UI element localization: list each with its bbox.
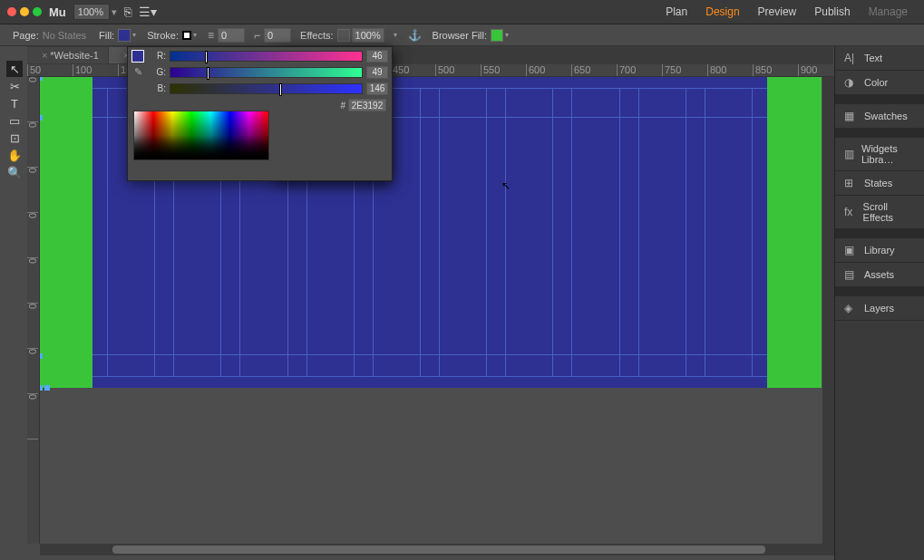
color-picker-popup: R: ✎ G: B: #: [127, 46, 393, 181]
ruler-tick: 750: [662, 64, 707, 77]
fill-dropdown-icon[interactable]: ▾: [132, 31, 136, 39]
ruler-tick: 600: [526, 64, 571, 77]
nav-design[interactable]: Design: [705, 5, 739, 18]
ruler-tick: 850: [753, 64, 798, 77]
panel-states[interactable]: ⊞States: [835, 171, 924, 196]
tab-close-icon[interactable]: ×: [42, 50, 47, 61]
panel-scroll-effects[interactable]: fxScroll Effects: [835, 196, 924, 229]
g-slider[interactable]: [170, 67, 363, 78]
nav-plan[interactable]: Plan: [666, 5, 687, 18]
corner-icon: ⌐: [254, 29, 260, 42]
corner-input[interactable]: [264, 28, 291, 43]
b-label: B:: [153, 83, 166, 93]
app-logo: Mu: [49, 5, 66, 19]
grid-column: [505, 88, 553, 377]
stroke-dropdown-icon[interactable]: ▾: [193, 31, 197, 39]
page-state-dropdown[interactable]: No States: [43, 30, 86, 41]
anchor-icon[interactable]: ⚓: [408, 29, 422, 42]
handle-footer[interactable]: [40, 353, 43, 359]
ruler-tick: 0: [27, 213, 38, 258]
zoom-select[interactable]: 100%: [73, 4, 110, 20]
panel-widgets-libra-[interactable]: ▥Widgets Libra…: [835, 138, 924, 171]
effects-swatch[interactable]: [337, 29, 350, 42]
panel-icon: ▤: [844, 268, 857, 281]
panel-layers[interactable]: ◈Layers: [835, 296, 924, 321]
panel-label: Library: [864, 245, 895, 256]
fill-swatch[interactable]: [118, 29, 131, 42]
stroke-label: Stroke:: [147, 30, 179, 41]
panel-color[interactable]: ◑Color: [835, 71, 924, 95]
nav-manage: Manage: [869, 5, 908, 18]
b-slider[interactable]: [170, 83, 363, 94]
crop-tool[interactable]: ✂: [6, 78, 23, 94]
scrollbar-horizontal[interactable]: [40, 544, 834, 555]
ruler-tick: 0: [27, 304, 38, 349]
panel-divider: [835, 129, 924, 138]
page-label: Page:: [13, 30, 39, 41]
hex-input[interactable]: [348, 99, 386, 111]
opacity-input[interactable]: [352, 28, 384, 43]
eyedropper-icon[interactable]: ✎: [131, 66, 144, 79]
panel-divider: [835, 287, 924, 296]
grid-column: [638, 88, 686, 377]
rectangle-tool[interactable]: ▭: [6, 112, 23, 129]
browser-fill-swatch[interactable]: [491, 29, 503, 42]
g-label: G:: [153, 67, 166, 77]
zoom-dropdown-icon[interactable]: ▾: [112, 6, 117, 18]
scrollbar-vertical[interactable]: [822, 77, 834, 544]
panel-swatches[interactable]: ▦Swatches: [835, 104, 924, 129]
g-input[interactable]: [366, 66, 388, 79]
handle-top[interactable]: [40, 77, 43, 81]
stroke-weight-input[interactable]: [218, 28, 245, 43]
ruler-tick: 800: [707, 64, 753, 77]
frame-tool[interactable]: ⊡: [6, 130, 23, 146]
toolbox: ↖ ✂ T ▭ ⊡ ✋ 🔍: [6, 61, 24, 181]
panel-label: Scroll Effects: [863, 201, 915, 223]
color-gradient-picker[interactable]: [133, 111, 269, 160]
window-controls: [7, 7, 42, 16]
r-input[interactable]: [366, 50, 388, 63]
effects-dropdown-icon[interactable]: ▾: [394, 31, 397, 39]
handle-bottom-left[interactable]: [40, 385, 43, 391]
panel-divider: [835, 95, 924, 104]
hand-tool[interactable]: ✋: [6, 147, 23, 163]
ruler-vertical: 00000000: [27, 77, 40, 544]
r-slider[interactable]: [170, 51, 363, 62]
ruler-tick: 100: [73, 64, 118, 77]
mouse-cursor-icon: ↖: [501, 179, 511, 192]
grid-column: [705, 88, 753, 377]
handle-bottom[interactable]: [44, 385, 50, 391]
ruler-tick: 0: [27, 349, 38, 394]
grid-column: [439, 88, 487, 377]
handle-header[interactable]: [40, 115, 43, 121]
selection-tool[interactable]: ↖: [6, 61, 23, 77]
tab-website-1[interactable]: × *Website-1: [27, 47, 108, 63]
ruler-tick: 500: [435, 64, 481, 77]
panel-library[interactable]: ▣Library: [835, 238, 924, 263]
menubar: Mu 100% ▾ ⎘ ☰▾ Plan Design Preview Publi…: [0, 0, 924, 24]
layout-icon[interactable]: ☰▾: [139, 5, 157, 19]
scroll-thumb-horizontal[interactable]: [112, 546, 765, 554]
effects-label: Effects:: [300, 30, 333, 41]
text-tool[interactable]: T: [6, 95, 23, 111]
panel-icon: ▣: [844, 244, 857, 256]
zoom-tool[interactable]: 🔍: [6, 164, 23, 180]
b-input[interactable]: [366, 82, 388, 95]
close-window-button[interactable]: [7, 7, 16, 16]
browser-fill-dropdown-icon[interactable]: ▾: [505, 31, 509, 39]
panel-assets[interactable]: ▤Assets: [835, 263, 924, 287]
control-bar: Page: No States Fill: ▾ Stroke: ▾ ≡ ⌐ Ef…: [0, 24, 924, 46]
panel-icon: fx: [844, 206, 856, 218]
maximize-window-button[interactable]: [33, 7, 42, 16]
panel-text[interactable]: A|Text: [835, 46, 924, 71]
fill-label: Fill:: [99, 30, 114, 41]
ruler-tick: 0: [27, 122, 38, 168]
color-current-swatch[interactable]: [131, 50, 144, 63]
nav-publish[interactable]: Publish: [814, 5, 850, 18]
panel-divider: [835, 229, 924, 238]
new-page-icon[interactable]: ⎘: [124, 5, 131, 19]
stroke-weight-icon: ≡: [208, 29, 214, 42]
nav-preview[interactable]: Preview: [758, 5, 797, 18]
minimize-window-button[interactable]: [20, 7, 29, 16]
stroke-swatch[interactable]: [182, 31, 191, 40]
